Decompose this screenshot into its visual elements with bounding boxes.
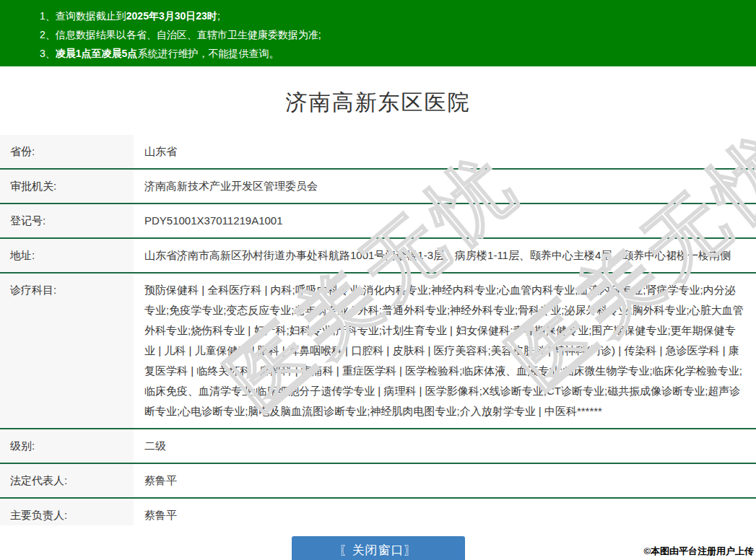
row-label: 登记号:: [0, 204, 134, 237]
notice-banner: 1、查询数据截止到2025年3月30日23时; 2、信息数据结果以各省、自治区、…: [0, 0, 756, 66]
row-label: 省份:: [0, 135, 134, 168]
notice-line-3: 3、凌晨1点至凌晨5点系统进行维护，不能提供查询。: [40, 44, 742, 63]
close-window-button[interactable]: 〖关闭窗口〗: [292, 536, 465, 560]
row-value: 二级: [134, 429, 756, 463]
hospital-info-table: 省份: 山东省 审批机关: 济南高新技术产业开发区管理委员会 登记号: PDY5…: [0, 135, 756, 533]
row-value: 山东省济南市高新区孙村街道办事处科航路1001号门诊楼1-3层、病房楼1-11层…: [134, 239, 756, 272]
footer-bar: 〖关闭窗口〗: [0, 525, 756, 560]
query-result-page: 1、查询数据截止到2025年3月30日23时; 2、信息数据结果以各省、自治区、…: [0, 0, 756, 560]
row-value: 蔡鲁平: [134, 464, 756, 497]
table-row-approval-authority: 审批机关: 济南高新技术产业开发区管理委员会: [0, 170, 756, 204]
notice-line-3-bold: 凌晨1点至凌晨5点: [56, 48, 138, 59]
row-label: 地址:: [0, 239, 134, 272]
notice-line-1-suffix: ;: [217, 10, 220, 22]
row-label: 法定代表人:: [0, 464, 134, 497]
notice-line-1-bold: 2025年3月30日23时: [126, 10, 217, 22]
notice-line-2-text: 2、信息数据结果以各省、自治区、直辖市卫生健康委数据为准;: [40, 29, 321, 40]
notice-line-3-suffix: 系统进行维护，不能提供查询。: [137, 48, 279, 59]
row-value: PDY51001X37011219A1001: [134, 204, 756, 237]
notice-line-2: 2、信息数据结果以各省、自治区、直辖市卫生健康委数据为准;: [40, 25, 742, 44]
notice-line-1: 1、查询数据截止到2025年3月30日23时;: [40, 6, 742, 25]
table-row-legal-representative: 法定代表人: 蔡鲁平: [0, 464, 756, 499]
notice-line-1-text: 1、查询数据截止到: [40, 10, 126, 22]
table-row-medical-departments: 诊疗科目: 预防保健科 | 全科医疗科 | 内科;呼吸内科专业;消化内科专业;神…: [0, 274, 756, 429]
notice-line-3-text: 3、: [40, 48, 56, 59]
row-value: 济南高新技术产业开发区管理委员会: [134, 170, 756, 203]
row-label: 级别:: [0, 429, 134, 463]
table-row-province: 省份: 山东省: [0, 135, 756, 170]
table-row-registration-number: 登记号: PDY51001X37011219A1001: [0, 204, 756, 239]
row-label: 诊疗科目:: [0, 274, 134, 428]
row-value: 预防保健科 | 全科医疗科 | 内科;呼吸内科专业;消化内科专业;神经内科专业;…: [134, 274, 756, 428]
table-row-level: 级别: 二级: [0, 429, 756, 464]
page-title: 济南高新东区医院: [0, 66, 756, 135]
row-label: 审批机关:: [0, 170, 134, 203]
table-row-address: 地址: 山东省济南市高新区孙村街道办事处科航路1001号门诊楼1-3层、病房楼1…: [0, 239, 756, 274]
copyright-note: ©本图由平台注册用户上传: [643, 545, 754, 558]
row-value: 山东省: [134, 135, 756, 168]
